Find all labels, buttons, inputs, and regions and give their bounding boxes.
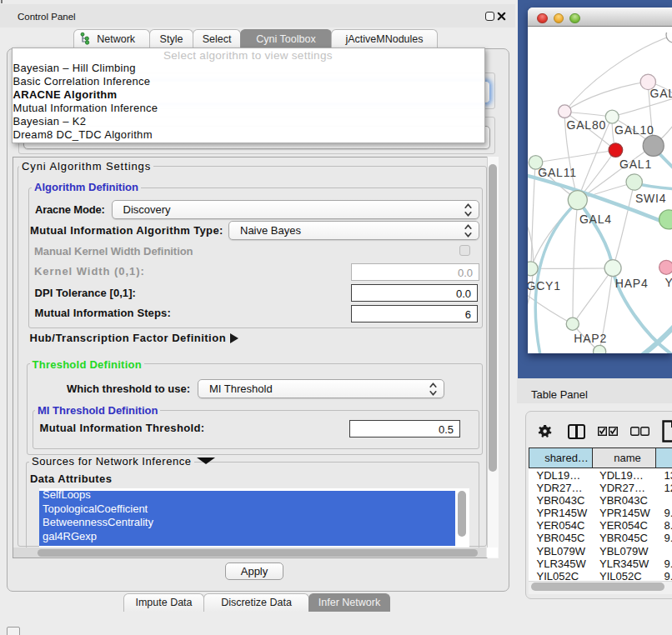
svg-text:GAL80: GAL80 <box>567 118 607 132</box>
svg-text:GAL10: GAL10 <box>614 123 654 137</box>
svg-text:Y: Y <box>665 276 672 289</box>
svg-text:GAL11: GAL11 <box>538 166 577 179</box>
svg-text:SWI4: SWI4 <box>635 192 666 205</box>
svg-text:GAL7: GAL7 <box>650 87 672 100</box>
svg-text:HAP4: HAP4 <box>615 277 649 290</box>
svg-text:GAL1: GAL1 <box>619 158 652 171</box>
svg-text:GAL4: GAL4 <box>579 212 612 226</box>
svg-text:GCY1: GCY1 <box>528 279 561 292</box>
svg-text:HAP2: HAP2 <box>574 332 607 345</box>
